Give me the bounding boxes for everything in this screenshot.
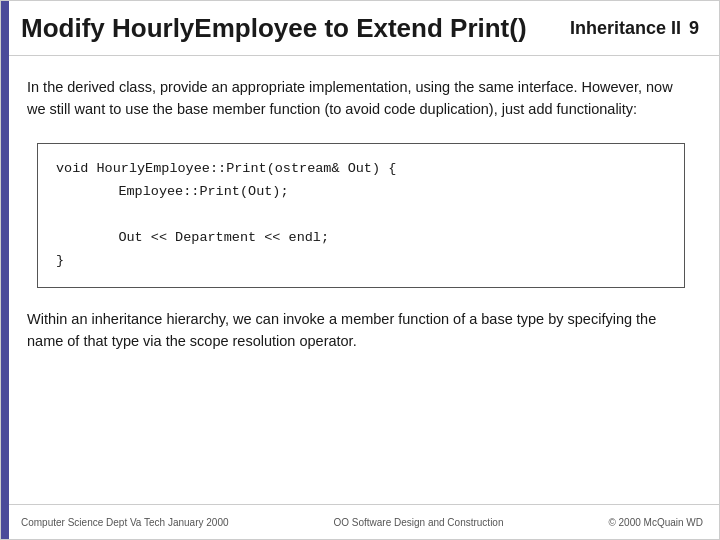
code-line-3 [56, 204, 666, 227]
code-line-4: Out << Department << endl; [56, 227, 666, 250]
code-line-2: Employee::Print(Out); [56, 181, 666, 204]
slide-container: Modify HourlyEmployee to Extend Print() … [0, 0, 720, 540]
intro-text: In the derived class, provide an appropr… [27, 76, 695, 121]
inheritance-label: Inheritance II [570, 18, 681, 39]
slide-footer: Computer Science Dept Va Tech January 20… [9, 504, 719, 539]
slide-number: 9 [689, 18, 699, 39]
main-content: In the derived class, provide an appropr… [9, 56, 719, 504]
outro-text: Within an inheritance hierarchy, we can … [27, 308, 695, 353]
left-accent-bar [1, 1, 9, 539]
code-line-1: void HourlyEmployee::Print(ostream& Out)… [56, 158, 666, 181]
footer-center: OO Software Design and Construction [333, 517, 503, 528]
code-block: void HourlyEmployee::Print(ostream& Out)… [37, 143, 685, 288]
footer-left: Computer Science Dept Va Tech January 20… [21, 517, 229, 528]
slide-title: Modify HourlyEmployee to Extend Print() [21, 13, 527, 44]
footer-right: © 2000 McQuain WD [608, 517, 703, 528]
header-right: Inheritance II 9 [570, 18, 699, 39]
code-line-5: } [56, 250, 666, 273]
slide-header: Modify HourlyEmployee to Extend Print() … [9, 1, 719, 56]
